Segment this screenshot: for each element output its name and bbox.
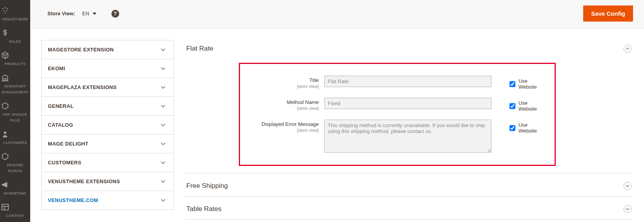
top-bar: Store View: EN ? Save Config [30,0,644,29]
svg-point-1 [5,7,6,8]
field-method-name: Method Name [store view] Use Website [248,98,547,112]
svg-point-3 [3,10,4,11]
section-flat-rate: Flat Rate Title [store view] [185,40,633,173]
tab-venustheme-extensions[interactable]: VENUSTHEME EXTENSIONS [42,172,173,191]
field-label: Method Name [248,99,319,105]
field-scope: [store view] [248,128,319,133]
cube-icon [1,51,29,60]
sidebar-item-inventory[interactable]: INVENTORY MANAGEMENT [0,69,30,98]
section-header-flat-rate[interactable]: Flat Rate [185,40,633,59]
sidebar-item-label: SALES [9,40,21,44]
section-title: Free Shipping [186,182,228,190]
use-website-checkbox-error[interactable] [509,125,515,131]
caret-down-icon [93,13,96,15]
sidebar-item-content[interactable]: CONTENT [0,199,30,221]
svg-point-0 [2,8,4,9]
chevron-down-icon [161,161,166,164]
error-message-textarea[interactable] [324,120,491,153]
sidebar-item-venustheme[interactable]: VENUSTHEME [0,2,30,25]
chevron-down-icon [161,105,166,108]
expand-icon [624,205,631,213]
svg-point-7 [4,131,6,134]
config-content: Flat Rate Title [store view] [185,40,633,222]
section-header-table-rates[interactable]: Table Rates [185,200,633,219]
tab-label: MAGESTORE EXTENSION [48,47,114,53]
person-icon [1,130,29,138]
megaphone-icon [1,180,29,189]
use-website-label: Use Website [518,100,547,112]
use-website-label: Use Website [518,122,547,134]
help-icon[interactable]: ? [111,10,119,18]
tab-general[interactable]: GENERAL [42,97,173,116]
sidebar-item-label: INVENTORY MANAGEMENT [2,84,29,94]
svg-marker-12 [93,13,96,15]
section-title: Flat Rate [186,45,213,53]
section-divider [185,196,633,197]
tab-label: CUSTOMERS [48,160,82,166]
tab-customers[interactable]: CUSTOMERS [42,153,173,172]
field-title: Title [store view] Use Website [248,76,547,90]
section-divider [185,219,633,220]
sidebar-item-label: REWARD POINTS [7,163,23,173]
store-view-select[interactable]: EN [82,11,96,16]
collapse-icon [624,45,631,53]
flat-rate-form-block: Title [store view] Use Website [239,63,556,166]
admin-sidebar: VENUSTHEME SALES PRODUCTS INVENTORY MANA… [0,0,30,222]
use-website-label: Use Website [518,78,547,90]
tab-label: VENUSTHEME.COM [48,197,98,203]
tab-ekomi[interactable]: EKOMI [42,59,173,78]
chevron-down-icon [161,199,166,202]
building-icon [1,73,29,82]
tab-label: MAGEPLAZA EXTENSIONS [48,84,116,90]
chevron-down-icon [161,86,166,89]
store-view-label: Store View: [47,11,75,16]
svg-rect-9 [2,204,9,210]
chevron-down-icon [161,180,166,183]
section-header-free-shipping[interactable]: Free Shipping [185,177,633,196]
sidebar-item-label: PDF INVOICE PLUS [3,113,27,122]
config-tabs: MAGESTORE EXTENSION EKOMI MAGEPLAZA EXTE… [41,40,174,210]
sidebar-item-pdfinvoice[interactable]: PDF INVOICE PLUS [0,98,30,126]
sidebar-item-products[interactable]: PRODUCTS [0,47,30,69]
section-table-rates: Table Rates [185,200,633,220]
svg-point-4 [6,10,7,11]
section-title: Table Rates [186,205,222,213]
title-input[interactable] [324,76,491,87]
chevron-down-icon [161,124,166,127]
tab-mageplaza-extensions[interactable]: MAGEPLAZA EXTENSIONS [42,78,173,97]
tab-label: MAGE DELIGHT [48,141,88,147]
tab-catalog[interactable]: CATALOG [42,116,173,135]
sidebar-item-reward[interactable]: REWARD POINTS [0,148,30,177]
use-website-checkbox-title[interactable] [509,81,515,87]
main-content: Store View: EN ? Save Config MAGESTORE E… [30,0,644,222]
hexagon-icon [1,152,29,161]
expand-icon [624,182,631,190]
field-label: Title [248,77,319,83]
tab-label: VENUSTHEME EXTENSIONS [48,178,120,184]
section-free-shipping: Free Shipping [185,177,633,197]
sidebar-item-customers[interactable]: CUSTOMERS [0,126,30,148]
tab-venustheme-com[interactable]: VENUSTHEME.COM [42,191,173,209]
chevron-down-icon [161,67,166,70]
chevron-down-icon [161,142,166,146]
sparkle-icon [1,6,29,15]
method-name-input[interactable] [324,98,491,109]
use-website-checkbox-method[interactable] [509,103,515,109]
tab-label: EKOMI [48,66,65,71]
svg-point-2 [7,8,8,9]
sidebar-item-marketing[interactable]: MARKETING [0,177,30,199]
field-scope: [store view] [248,106,319,111]
sidebar-item-label: PRODUCTS [5,62,26,66]
section-divider [185,173,633,173]
tab-magestore-extension[interactable]: MAGESTORE EXTENSION [42,40,173,59]
tab-mage-delight[interactable]: MAGE DELIGHT [42,135,173,153]
field-label: Displayed Error Message [248,121,319,127]
save-config-button[interactable]: Save Config [583,5,633,22]
sidebar-item-label: CONTENT [6,214,24,218]
sidebar-item-label: MARKETING [4,191,26,195]
hexagon-icon [1,102,29,110]
chevron-down-icon [161,48,166,51]
sidebar-item-sales[interactable]: SALES [0,25,30,47]
layout-icon [1,203,29,211]
field-error-message: Displayed Error Message [store view] Use… [248,120,547,154]
